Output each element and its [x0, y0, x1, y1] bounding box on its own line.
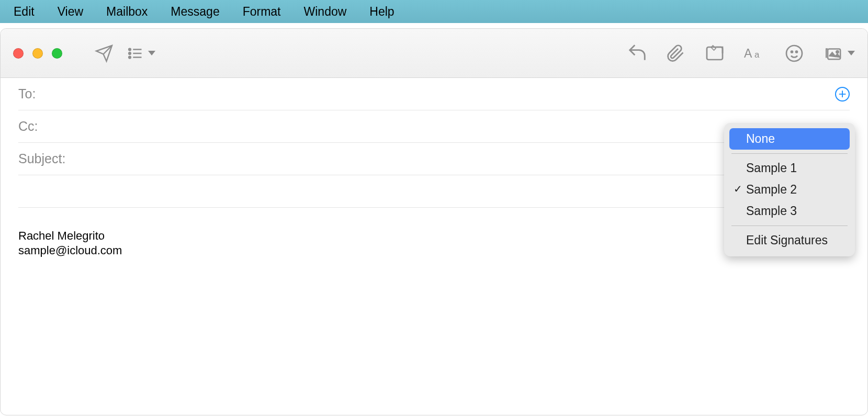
cc-label: Cc:	[18, 119, 38, 134]
system-menu-bar: Edit View Mailbox Message Format Window …	[0, 0, 868, 23]
emoji-icon	[785, 44, 804, 63]
svg-point-0	[129, 48, 131, 50]
paperclip-icon	[667, 43, 685, 63]
chevron-down-icon	[848, 51, 855, 55]
window-close-button[interactable]	[13, 48, 24, 59]
photo-browser-button[interactable]	[822, 44, 855, 62]
window-zoom-button[interactable]	[52, 48, 62, 59]
menu-separator	[731, 153, 848, 154]
menu-message[interactable]: Message	[159, 2, 231, 22]
compose-window: A a	[0, 28, 868, 415]
svg-point-1	[129, 52, 131, 54]
markup-button[interactable]	[704, 44, 725, 63]
send-icon	[95, 44, 114, 63]
reply-icon	[627, 43, 648, 63]
header-fields-menu-button[interactable]	[125, 46, 156, 61]
signature-option-edit[interactable]: Edit Signatures	[729, 230, 850, 251]
menu-separator	[731, 226, 848, 226]
svg-point-11	[796, 51, 797, 52]
menu-edit[interactable]: Edit	[2, 2, 46, 22]
svg-point-2	[129, 56, 131, 58]
window-toolbar: A a	[1, 29, 867, 78]
format-button[interactable]: A a	[744, 44, 766, 62]
signature-option-sample-3[interactable]: Sample 3	[729, 200, 850, 222]
svg-point-13	[836, 51, 838, 53]
svg-text:a: a	[754, 50, 760, 60]
window-minimize-button[interactable]	[32, 48, 43, 59]
signature-option-sample-1[interactable]: Sample 1	[729, 157, 850, 179]
attach-button[interactable]	[667, 43, 685, 63]
to-label: To:	[18, 86, 36, 102]
menu-format[interactable]: Format	[231, 2, 292, 22]
signature-option-none[interactable]: None	[729, 128, 850, 150]
svg-point-9	[786, 46, 802, 61]
to-field-row: To:	[18, 78, 850, 110]
subject-label: Subject:	[18, 151, 65, 166]
signature-dropdown-menu: None Sample 1 Sample 2 Sample 3 Edit Sig…	[724, 123, 855, 256]
menu-mailbox[interactable]: Mailbox	[95, 2, 159, 22]
emoji-button[interactable]	[785, 44, 804, 63]
signature-option-sample-2[interactable]: Sample 2	[729, 179, 850, 200]
markup-icon	[704, 44, 725, 63]
menu-view[interactable]: View	[46, 2, 95, 22]
to-input[interactable]	[36, 87, 835, 102]
send-button[interactable]	[88, 44, 120, 63]
chevron-down-icon	[148, 51, 155, 55]
reply-button[interactable]	[627, 43, 648, 63]
svg-text:A: A	[744, 47, 752, 60]
list-icon	[126, 46, 144, 61]
format-text-icon: A a	[744, 44, 766, 62]
menu-window[interactable]: Window	[292, 2, 358, 22]
svg-point-10	[791, 51, 793, 52]
window-traffic-lights	[13, 48, 62, 59]
add-recipient-button[interactable]	[835, 87, 850, 102]
photo-icon	[822, 44, 843, 62]
menu-help[interactable]: Help	[358, 2, 405, 22]
